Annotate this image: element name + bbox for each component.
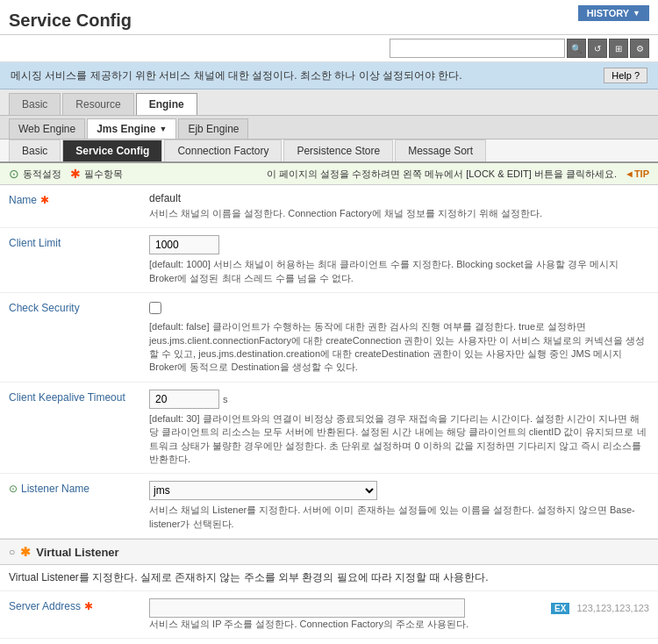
header: HISTORY Service Config <box>0 0 658 35</box>
virtual-listener-radio-icon: ○ <box>9 546 15 558</box>
refresh-icon[interactable]: ↺ <box>588 39 607 58</box>
config-tab-connection-factory[interactable]: Connection Factory <box>164 140 282 161</box>
history-button[interactable]: HISTORY <box>578 5 649 21</box>
subtabs: Web Engine Jms Engine Ejb Engine <box>0 116 658 140</box>
listener-name-select[interactable]: jms <box>149 481 377 500</box>
field-row-server-address: Server Address ✱ EX 123,123,123,123 서비스 … <box>0 591 658 639</box>
field-row-listener-name: ⊙ Listener Name jms 서비스 채널의 Listener를 지정… <box>0 474 658 539</box>
config-tab-basic[interactable]: Basic <box>9 140 61 161</box>
field-content-name: default 서비스 채널의 이름을 설정한다. Connection Fac… <box>149 192 649 220</box>
field-row-check-security: Check Security [default: false] 클라이언트가 수… <box>0 293 658 383</box>
help-button[interactable]: Help ? <box>604 68 647 83</box>
tip-text: 이 페이지의 설정을 수정하려면 왼쪽 메뉴에서 [LOCK & EDIT] 버… <box>267 168 617 179</box>
field-content-server-address: EX 123,123,123,123 서비스 채널의 IP 주소를 설정한다. … <box>149 598 649 631</box>
field-label-listener-name: ⊙ Listener Name <box>9 481 149 495</box>
tab-resource[interactable]: Resource <box>62 93 133 115</box>
settings-label: 동적설정 <box>23 168 61 181</box>
client-limit-input[interactable] <box>149 235 219 254</box>
required-legend-icon: ✱ <box>70 167 81 181</box>
field-label-keepalive: Client Keepalive Timeout <box>9 390 149 404</box>
virtual-listener-desc: Virtual Listener를 지정한다. 실제로 존재하지 않는 주소를 … <box>0 565 658 591</box>
subtab-web-engine[interactable]: Web Engine <box>9 118 85 139</box>
legend-bar: ⊙ 동적설정 ✱ 필수항목 이 페이지의 설정을 수정하려면 왼쪽 메뉴에서 [… <box>0 163 658 185</box>
legend-left: ⊙ 동적설정 ✱ 필수항목 <box>9 167 123 181</box>
listener-name-desc: 서비스 채널의 Listener를 지정한다. 서버에 이미 존재하는 설정들에… <box>149 504 649 531</box>
info-bar: 메시징 서비스를 제공하기 위한 서비스 채널에 대한 설정이다. 최소한 하나… <box>0 62 658 89</box>
outer-tabs: Basic Resource Engine <box>0 89 658 116</box>
search-icon[interactable]: 🔍 <box>567 39 586 58</box>
config-tabs: Basic Service Config Connection Factory … <box>0 140 658 163</box>
field-content-keepalive: s [default: 30] 클라이언트와의 연결이 비정상 종료되었을 경우… <box>149 390 649 467</box>
field-label-check-security: Check Security <box>9 300 149 314</box>
server-address-desc: 서비스 채널의 IP 주소를 설정한다. Connection Factory의… <box>149 618 649 631</box>
keepalive-desc: [default: 30] 클라이언트와의 연결이 비정상 종료되었을 경우 재… <box>149 412 649 467</box>
config-tab-persistence-store[interactable]: Persistence Store <box>283 140 393 161</box>
field-label-name: Name ✱ <box>9 192 149 206</box>
search-icons: 🔍 ↺ ⊞ ⚙ <box>567 39 649 58</box>
subtab-ejb-engine[interactable]: Ejb Engine <box>178 118 248 139</box>
legend-required: ✱ 필수항목 <box>70 167 123 181</box>
tab-engine[interactable]: Engine <box>136 93 197 115</box>
required-star-server: ✱ <box>84 600 93 612</box>
page-title: Service Config <box>9 11 649 31</box>
virtual-listener-section-header: ○ ✱ Virtual Listener <box>0 539 658 565</box>
keepalive-input[interactable] <box>149 390 219 409</box>
name-desc: 서비스 채널의 이름을 설정한다. Connection Factory에 채널… <box>149 207 649 220</box>
tab-basic[interactable]: Basic <box>9 93 61 115</box>
virtual-listener-title: Virtual Listener <box>36 546 118 559</box>
field-row-name: Name ✱ default 서비스 채널의 이름을 설정한다. Connect… <box>0 185 658 228</box>
legend-settings: ⊙ 동적설정 <box>9 167 61 181</box>
tip-badge: ◄TIP <box>625 168 649 179</box>
client-limit-desc: [default: 1000] 서비스 채널이 허용하는 최대 클라이언트 수를… <box>149 258 649 285</box>
search-bar: 🔍 ↺ ⊞ ⚙ <box>0 35 658 62</box>
search-input[interactable] <box>390 39 565 58</box>
content: Name ✱ default 서비스 채널의 이름을 설정한다. Connect… <box>0 185 658 644</box>
server-address-input[interactable] <box>149 598 465 618</box>
server-address-example: EX 123,123,123,123 <box>551 603 649 614</box>
settings-legend-icon: ⊙ <box>9 167 19 181</box>
subtab-jms-engine[interactable]: Jms Engine <box>87 118 176 139</box>
listener-optional-icon: ⊙ <box>9 483 18 495</box>
field-label-server-address: Server Address ✱ <box>9 598 149 612</box>
virtual-listener-required-icon: ✱ <box>20 545 31 559</box>
server-address-ex-badge: EX <box>551 603 569 614</box>
field-content-listener-name: jms 서비스 채널의 Listener를 지정한다. 서버에 이미 존재하는 … <box>149 481 649 531</box>
name-value: default <box>149 192 649 204</box>
config-tab-message-sort[interactable]: Message Sort <box>395 140 486 161</box>
field-content-check-security: [default: false] 클라이언트가 수행하는 동작에 대한 권한 검… <box>149 300 649 375</box>
server-address-input-row: EX 123,123,123,123 <box>149 598 649 618</box>
field-row-keepalive: Client Keepalive Timeout s [default: 30]… <box>0 383 658 475</box>
config-tab-service-config[interactable]: Service Config <box>62 140 162 161</box>
export-icon[interactable]: ⊞ <box>609 39 628 58</box>
keepalive-unit: s <box>223 394 228 404</box>
field-row-client-limit: Client Limit [default: 1000] 서비스 채널이 허용하… <box>0 228 658 293</box>
field-row-port: Port ✱ EX 9741 서비스 채널의 TCP 포트 번호를 설정한다. <box>0 639 658 644</box>
check-security-checkbox[interactable] <box>149 302 161 314</box>
field-label-client-limit: Client Limit <box>9 235 149 249</box>
required-label: 필수항목 <box>84 168 123 181</box>
field-content-client-limit: [default: 1000] 서비스 채널이 허용하는 최대 클라이언트 수를… <box>149 235 649 285</box>
info-text: 메시징 서비스를 제공하기 위한 서비스 채널에 대한 설정이다. 최소한 하나… <box>11 68 462 83</box>
legend-right: 이 페이지의 설정을 수정하려면 왼쪽 메뉴에서 [LOCK & EDIT] 버… <box>267 168 649 181</box>
settings-icon[interactable]: ⚙ <box>630 39 649 58</box>
required-star-name: ✱ <box>40 194 49 206</box>
server-address-example-text: 123,123,123,123 <box>576 603 649 613</box>
check-security-desc: [default: false] 클라이언트가 수행하는 동작에 대한 권한 검… <box>149 320 649 375</box>
